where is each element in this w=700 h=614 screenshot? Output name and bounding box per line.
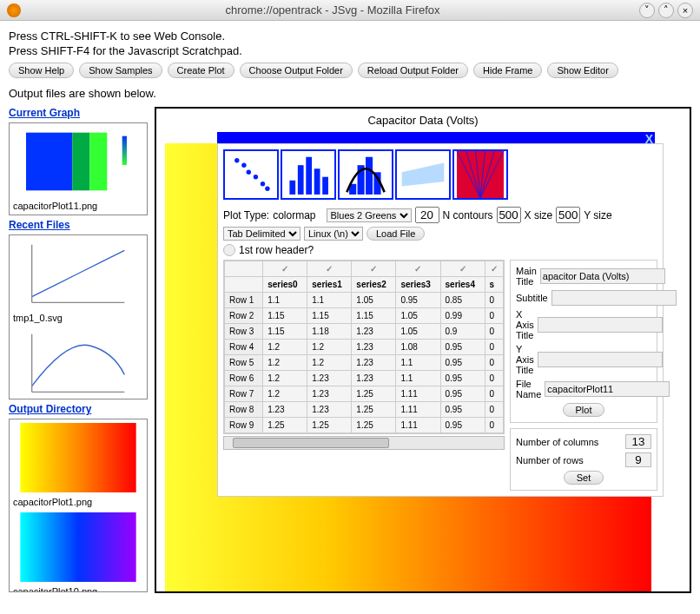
filename-input[interactable] [545, 381, 670, 397]
data-cell[interactable]: 1.25 [352, 402, 396, 418]
data-cell[interactable]: 1.05 [352, 293, 396, 308]
data-cell[interactable]: 1.1 [307, 293, 352, 308]
data-cell[interactable]: 1.15 [307, 308, 352, 324]
data-cell[interactable]: 1.23 [352, 355, 396, 371]
data-cell[interactable]: 1.23 [352, 324, 396, 340]
toolbar-show-help[interactable]: Show Help [9, 63, 74, 78]
set-button[interactable]: Set [564, 471, 604, 485]
data-cell[interactable]: 0 [485, 340, 503, 355]
xaxis-input[interactable] [538, 317, 663, 333]
row-header[interactable]: Row 5 [225, 355, 263, 371]
toolbar-show-samples[interactable]: Show Samples [79, 63, 162, 78]
data-cell[interactable]: 1.2 [307, 340, 352, 355]
data-cell[interactable]: 0.95 [440, 386, 485, 402]
main-title-input[interactable] [540, 268, 665, 284]
data-cell[interactable]: 0.99 [440, 308, 485, 324]
data-cell[interactable]: 1.2 [307, 355, 352, 371]
chart-type-area[interactable] [395, 149, 451, 200]
col-header[interactable]: series3 [396, 277, 440, 293]
col-header[interactable]: series4 [440, 277, 485, 293]
data-cell[interactable]: 0 [485, 371, 503, 386]
data-cell[interactable]: 1.23 [352, 340, 396, 355]
data-cell[interactable]: 0 [485, 355, 503, 371]
close-button[interactable]: × [677, 3, 693, 18]
row-header[interactable]: Row 8 [225, 402, 263, 418]
data-cell[interactable]: 0 [485, 386, 503, 402]
data-cell[interactable]: 0.85 [440, 293, 485, 308]
ysize-input[interactable] [556, 207, 580, 223]
recent-files-box[interactable]: tmp1_0.svg tmp0_0.svg [9, 234, 148, 399]
col-header[interactable]: series0 [263, 277, 307, 293]
toolbar-reload-output-folder[interactable]: Reload Output Folder [358, 63, 468, 78]
data-cell[interactable]: 1.2 [263, 371, 307, 386]
toolbar-create-plot[interactable]: Create Plot [168, 63, 234, 78]
yaxis-input[interactable] [538, 352, 663, 367]
first-row-checkbox[interactable] [223, 244, 235, 256]
data-cell[interactable]: 1.25 [263, 418, 307, 433]
data-cell[interactable]: 1.1 [396, 355, 440, 371]
data-cell[interactable]: 0.95 [440, 371, 485, 386]
data-cell[interactable]: 0.95 [440, 340, 485, 355]
data-table-wrap[interactable]: ✓✓✓✓✓✓series0series1series2series3series… [223, 260, 505, 434]
data-cell[interactable]: 1.11 [396, 386, 440, 402]
data-cell[interactable]: 1.05 [396, 308, 440, 324]
data-cell[interactable]: 1.11 [396, 402, 440, 418]
data-cell[interactable]: 1.25 [352, 418, 396, 433]
minimize-button[interactable]: ˅ [639, 3, 655, 18]
data-cell[interactable]: 0.95 [396, 293, 440, 308]
output-dir-box[interactable]: capacitorPlot1.png capacitorPlot10.png [9, 419, 148, 592]
data-cell[interactable]: 0.95 [440, 402, 485, 418]
delimiter-select[interactable]: Tab Delimited [223, 227, 300, 241]
data-cell[interactable]: 1.2 [263, 340, 307, 355]
col-header[interactable]: s [485, 277, 503, 293]
row-header[interactable]: Row 9 [225, 418, 263, 433]
data-cell[interactable]: 1.15 [352, 308, 396, 324]
row-header[interactable]: Row 7 [225, 386, 263, 402]
ncontours-input[interactable] [415, 207, 439, 223]
data-cell[interactable]: 0 [485, 402, 503, 418]
chart-type-bar[interactable] [281, 149, 336, 200]
data-cell[interactable]: 0 [485, 324, 503, 340]
row-header[interactable]: Row 6 [225, 371, 263, 386]
row-header[interactable]: Row 4 [225, 340, 263, 355]
xsize-input[interactable] [497, 207, 521, 223]
data-cell[interactable]: 1.05 [396, 324, 440, 340]
col-header[interactable]: series2 [352, 277, 396, 293]
data-cell[interactable]: 1.15 [263, 324, 307, 340]
data-cell[interactable]: 1.23 [307, 386, 352, 402]
cols-input[interactable] [625, 434, 651, 449]
data-cell[interactable]: 1.2 [263, 386, 307, 402]
row-header[interactable]: Row 2 [225, 308, 263, 324]
data-cell[interactable]: 1.18 [307, 324, 352, 340]
data-cell[interactable]: 1.23 [307, 402, 352, 418]
data-cell[interactable]: 1.11 [396, 418, 440, 433]
data-cell[interactable]: 1.1 [396, 371, 440, 386]
subtitle-input[interactable] [551, 290, 677, 306]
data-cell[interactable]: 0.9 [440, 324, 485, 340]
chart-type-histogram[interactable] [338, 149, 393, 200]
data-cell[interactable]: 0.95 [440, 355, 485, 371]
data-cell[interactable]: 1.23 [307, 371, 352, 386]
data-cell[interactable]: 1.2 [263, 355, 307, 371]
toolbar-choose-output-folder[interactable]: Choose Output Folder [240, 63, 353, 78]
row-header[interactable]: Row 1 [225, 293, 263, 308]
maximize-button[interactable]: ˄ [658, 3, 674, 18]
data-cell[interactable]: 0 [485, 418, 503, 433]
data-cell[interactable]: 1.08 [396, 340, 440, 355]
data-cell[interactable]: 1.1 [263, 293, 307, 308]
chart-type-colormap[interactable] [452, 149, 508, 200]
data-cell[interactable]: 1.25 [307, 418, 352, 433]
col-header[interactable]: series1 [307, 277, 352, 293]
data-cell[interactable]: 1.15 [263, 308, 307, 324]
toolbar-show-editor[interactable]: Show Editor [547, 63, 617, 78]
toolbar-hide-frame[interactable]: Hide Frame [473, 63, 542, 78]
colormap-select[interactable]: Blues 2 Greens [327, 208, 412, 222]
data-cell[interactable]: 0 [485, 293, 503, 308]
data-cell[interactable]: 0 [485, 308, 503, 324]
rows-input[interactable] [625, 452, 651, 467]
data-cell[interactable]: 1.23 [263, 402, 307, 418]
plot-button[interactable]: Plot [563, 403, 605, 417]
data-cell[interactable]: 1.23 [352, 371, 396, 386]
chart-type-scatter[interactable] [223, 149, 279, 200]
lineending-select[interactable]: Linux (\n) [304, 227, 363, 241]
